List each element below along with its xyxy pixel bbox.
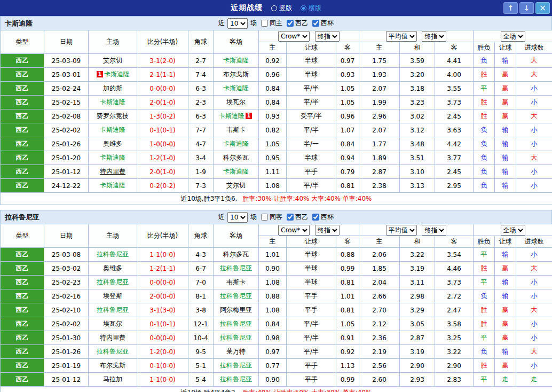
result-goals: 小 [516,82,552,96]
move-up-button[interactable]: ↑ [503,2,518,14]
handicap-line: 平手 [287,289,336,303]
team-link[interactable]: 韦斯卡 [226,126,246,134]
cup-checkbox[interactable] [312,214,319,221]
team-link[interactable]: 拉科鲁尼亚 [220,292,252,300]
result-goals: 大 [516,151,552,165]
sub-header-handicap-result: 让球 [495,236,516,248]
team-link[interactable]: 拉科鲁尼亚 [220,334,252,341]
league-checkbox[interactable] [287,214,294,221]
away-team-cell: 布尔戈斯 [214,68,259,82]
home-team-cell: 特内里费 [89,331,137,345]
result-wdl: 负 [474,151,495,165]
move-down-button[interactable]: ↓ [519,2,534,14]
odds-time-select[interactable]: 终指 [315,225,340,236]
result-scope-group: 全场 [474,30,552,42]
sub-header-home-odds: 主 [259,236,287,248]
team-link[interactable]: 加的斯 [103,84,122,92]
team-link[interactable]: 卡斯迪隆 [223,168,249,175]
team-link[interactable]: 特内里费 [100,168,125,175]
team-link[interactable]: 费罗尔竞技 [97,112,129,120]
team-link[interactable]: 拉科鲁尼亚 [220,362,252,369]
avg-time-select[interactable]: 终指 [422,31,446,42]
team-link[interactable]: 奥维多 [103,140,122,147]
league-checkbox[interactable] [287,20,294,27]
team-link[interactable]: 卡斯迪隆 [100,154,125,161]
avg-odds-draw: 3.02 [400,109,435,123]
team-link[interactable]: 卡斯迪隆 [219,112,245,120]
summary-row: 近10场,胜3平1负6, 胜率:30% 让胜率:40% 大率:40% 单率:40… [1,193,552,205]
team-link[interactable]: 艾尔切 [103,57,122,64]
away-team-cell: 韦斯卡 [214,123,259,137]
cup-checkbox[interactable] [312,20,319,27]
title-bar: 近期战绩 竖版 横版 ↑ ↓ × [0,0,552,16]
match-row: 西乙25-03-02奥维多1-2(1-1)6-7拉科鲁尼亚0.90半球0.991… [1,262,552,276]
handicap-line: 平手 [287,165,336,179]
team-link[interactable]: 拉科鲁尼亚 [97,348,129,355]
handicap-odds-away: 0.91 [336,331,359,345]
team-link[interactable]: 埃登斯 [103,292,122,300]
result-goals: 小 [516,179,552,193]
col-header-score: 比分(半场) [137,224,188,248]
match-row: 西乙25-03-09艾尔切3-1(2-0)2-7卡斯迪隆0.92半球0.971.… [1,54,552,68]
match-scope-select[interactable]: 全场 [501,225,525,236]
corner-score: 6-3 [188,82,214,96]
match-filter: 近 10 场 同客 西乙 西杯 [218,212,334,223]
handicap-odds-away: 1.05 [336,82,359,96]
team-link[interactable]: 布尔戈斯 [223,70,249,78]
close-button[interactable]: × [535,2,550,14]
same-venue-checkbox[interactable] [261,20,268,27]
result-wdl: 平 [474,331,495,345]
sub-header-avg-draw: 和 [400,42,435,54]
handicap-line: 平/半 [287,96,336,109]
team-link[interactable]: 埃瓦尔 [103,320,122,327]
team-link[interactable]: 莱万特 [226,348,246,355]
team-link[interactable]: 拉科鲁尼亚 [97,278,129,286]
team-link[interactable]: 科尔多瓦 [223,154,249,161]
handicap-odds-group: Crow* 终指 [259,224,359,236]
team-link[interactable]: 卡斯迪隆 [100,98,125,106]
team-link[interactable]: 特内里费 [100,334,125,341]
avg-time-select[interactable]: 终指 [422,225,446,236]
section-header-away-team: 拉科鲁尼亚 近 10 场 同客 西乙 西杯 [0,210,552,224]
league-cell: 西乙 [1,248,44,262]
team-link[interactable]: 卡斯迪隆 [100,182,125,189]
team-link[interactable]: 拉科鲁尼亚 [220,264,252,272]
radio-horizontal-layout[interactable]: 横版 [301,4,321,13]
team-link[interactable]: 阿尔梅里亚 [220,306,252,313]
avg-odds-select[interactable]: 平均值 [386,31,417,42]
team-link[interactable]: 科尔多瓦 [223,250,249,258]
team-link[interactable]: 卡斯迪隆 [223,84,249,92]
handicap-odds-away: 0.81 [336,276,359,289]
handicap-odds-home: 1.08 [259,179,287,193]
home-team-cell: 奥维多 [89,262,137,276]
avg-odds-home: 2.04 [359,276,400,289]
recent-count-select[interactable]: 10 [227,212,248,223]
odds-time-select[interactable]: 终指 [315,31,340,42]
team-link[interactable]: 卡斯迪隆 [223,140,249,147]
team-link[interactable]: 拉科鲁尼亚 [97,250,129,258]
team-link[interactable]: 韦斯卡 [226,278,246,286]
team-link[interactable]: 卡斯迪隆 [104,70,130,78]
team-link[interactable]: 拉科鲁尼亚 [220,375,252,383]
team-link[interactable]: 拉科鲁尼亚 [97,306,129,313]
match-scope-select[interactable]: 全场 [501,31,525,42]
match-score: 0-1(0-1) [137,317,188,331]
team-link[interactable]: 布尔戈斯 [100,362,125,369]
result-handicap: 输 [495,179,516,193]
team-link[interactable]: 埃瓦尔 [226,98,246,106]
team-link[interactable]: 马拉加 [103,375,122,383]
recent-count-select[interactable]: 10 [227,18,248,29]
team-link[interactable]: 艾尔切 [226,182,246,189]
avg-odds-draw: 3.20 [400,68,435,82]
away-team-cell: 莱万特 [214,345,259,359]
team-link[interactable]: 拉科鲁尼亚 [220,320,252,327]
avg-odds-select[interactable]: 平均值 [386,225,417,236]
team-link[interactable]: 卡斯迪隆 [223,57,249,64]
avg-odds-away: 2.83 [435,373,474,387]
same-venue-checkbox[interactable] [261,214,268,221]
team-link[interactable]: 奥维多 [103,264,122,272]
team-link[interactable]: 卡斯迪隆 [100,126,125,134]
radio-vertical-layout[interactable]: 竖版 [271,4,292,13]
odds-company-select[interactable]: Crow* [278,31,310,42]
odds-company-select[interactable]: Crow* [278,225,310,236]
